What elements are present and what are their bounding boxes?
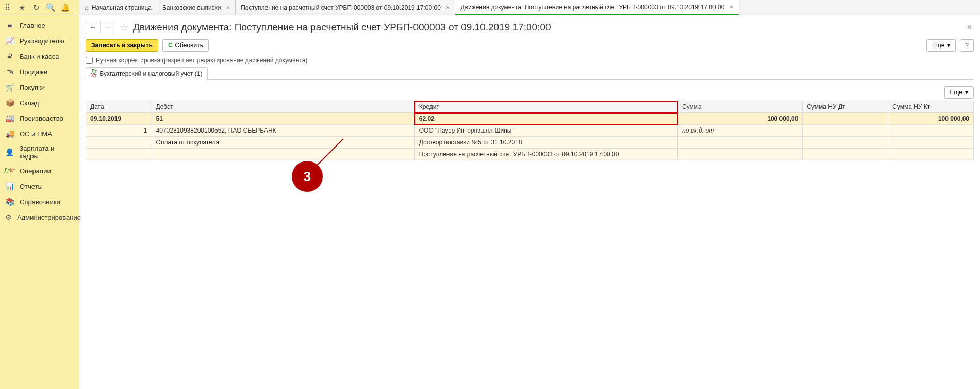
apps-icon[interactable]: ⠿: [2, 3, 12, 13]
cell-debit-detail2: Оплата от покупателя: [152, 137, 414, 149]
tab-bank-statements[interactable]: Банковские выписки ×: [157, 0, 236, 15]
cell-credit-detail2: Договор поставки №5 от 31.10.2018: [414, 137, 677, 149]
factory-icon: 🏭: [5, 114, 14, 123]
table-more-button[interactable]: Еще: [944, 86, 974, 99]
table-header-row: Дата Дебет Кредит Сумма Сумма НУ Дт Сумм…: [86, 101, 974, 113]
manual-edit-row: Ручная корректировка (разрешает редактир…: [86, 57, 974, 64]
sidebar-item-label: Зарплата и кадры: [19, 144, 74, 160]
sidebar-item-operations[interactable]: ДтКт Операции: [0, 163, 79, 179]
save-close-button[interactable]: Записать и закрыть: [86, 39, 158, 52]
sidebar-item-label: ОС и НМА: [20, 130, 52, 138]
col-date[interactable]: Дата: [86, 101, 152, 113]
cell-sum-note: по вх.д. от: [677, 125, 802, 137]
bars-icon: 📊: [5, 182, 14, 191]
sidebar-item-osnma[interactable]: 🚚 ОС и НМА: [0, 126, 79, 141]
page-title: Движения документа: Поступление на расче…: [133, 22, 551, 33]
close-doc-icon[interactable]: ×: [965, 23, 974, 32]
cell-credit-detail: ООО "Пауэр Интернэшнл-Шины": [414, 125, 677, 137]
manual-edit-checkbox[interactable]: [86, 57, 93, 64]
nav-back-button[interactable]: ←: [86, 21, 101, 34]
cell-sum-nu-dt: [803, 113, 888, 125]
cell-credit: 62.02: [414, 113, 677, 125]
sidebar-item-label: Банк и касса: [20, 53, 59, 60]
cell-debit-detail: 40702810938200100552, ПАО СБЕРБАНК: [152, 125, 414, 137]
col-sum-nu-kt[interactable]: Сумма НУ Кт: [888, 101, 974, 113]
tab-label: Движения документа: Поступление на расче…: [460, 4, 724, 11]
refresh-icon: С: [168, 42, 173, 49]
sidebar-item-label: Справочники: [20, 198, 60, 206]
truck-icon: 🚚: [5, 129, 14, 138]
search-icon[interactable]: 🔍: [45, 3, 56, 13]
close-icon[interactable]: ×: [729, 3, 734, 11]
sidebar-item-label: Операции: [20, 167, 51, 175]
help-button[interactable]: ?: [960, 39, 974, 52]
bell-icon[interactable]: 🔔: [60, 3, 70, 13]
col-sum[interactable]: Сумма: [677, 101, 802, 113]
dtkt-icon: ДтКт: [91, 70, 97, 78]
sidebar-item-payroll[interactable]: 👤 Зарплата и кадры: [0, 141, 79, 163]
sidebar-item-production[interactable]: 🏭 Производство: [0, 110, 79, 126]
more-button[interactable]: Еще: [926, 39, 956, 52]
inner-tabs: ДтКт Бухгалтерский и налоговый учет (1): [86, 67, 974, 80]
cell-rownum: 1: [86, 125, 152, 137]
sidebar-item-manager[interactable]: 📈 Руководителю: [0, 33, 79, 48]
sidebar-item-label: Производство: [20, 115, 63, 122]
sidebar-item-label: Отчеты: [20, 183, 43, 190]
annotation-number: 3: [304, 169, 311, 185]
sidebar-item-admin[interactable]: ⚙ Администрирование: [0, 209, 79, 225]
sidebar-item-main[interactable]: ≡ Главное: [0, 18, 79, 33]
close-icon[interactable]: ×: [226, 4, 230, 11]
tab-receipt[interactable]: Поступление на расчетный счет УРБП-00000…: [236, 0, 455, 15]
content: ← → ☆ Движения документа: Поступление на…: [79, 15, 980, 389]
chart-icon: 📈: [5, 36, 14, 45]
nav-arrows: ← →: [86, 21, 115, 34]
tab-home[interactable]: ⌂ Начальная страница: [79, 0, 157, 15]
table-row-main[interactable]: 09.10.2019 51 62.02 100 000,00 100 000,0…: [86, 113, 974, 125]
manual-edit-label: Ручная корректировка (разрешает редактир…: [96, 57, 307, 64]
sidebar-item-reports[interactable]: 📊 Отчеты: [0, 179, 79, 194]
table-row-sub2[interactable]: Оплата от покупателя Договор поставки №5…: [86, 137, 974, 149]
cell-debit: 51: [152, 113, 414, 125]
col-debit[interactable]: Дебет: [152, 101, 414, 113]
sidebar: ≡ Главное 📈 Руководителю ₽ Банк и касса …: [0, 15, 79, 389]
cell-date: 09.10.2019: [86, 113, 152, 125]
doc-header: ← → ☆ Движения документа: Поступление на…: [86, 21, 974, 34]
system-icons: ⠿ ★ ↻ 🔍 🔔: [0, 0, 79, 15]
favorite-icon[interactable]: ☆: [120, 21, 129, 34]
cell-sum: 100 000,00: [677, 113, 802, 125]
nav-forward-button[interactable]: →: [101, 21, 115, 34]
dtkt-icon: ДтКт: [5, 166, 14, 175]
bag-icon: 🛍: [5, 67, 14, 76]
tab-label: Поступление на расчетный счет УРБП-00000…: [241, 4, 441, 11]
tabs-bar: ⌂ Начальная страница Банковские выписки …: [79, 0, 980, 15]
col-sum-nu-dt[interactable]: Сумма НУ Дт: [803, 101, 888, 113]
sidebar-item-label: Главное: [20, 22, 45, 29]
annotation-badge: 3: [292, 161, 323, 192]
refresh-label: Обновить: [175, 42, 203, 49]
star-icon[interactable]: ★: [16, 3, 27, 13]
close-icon[interactable]: ×: [446, 4, 450, 11]
table-row-sub3[interactable]: Поступление на расчетный счет УРБП-00000…: [86, 149, 974, 160]
sidebar-item-bank[interactable]: ₽ Банк и касса: [0, 48, 79, 64]
tab-label: Банковские выписки: [162, 4, 221, 11]
history-icon[interactable]: ↻: [31, 3, 41, 13]
inner-tab-label: Бухгалтерский и налоговый учет (1): [99, 70, 202, 77]
tab-accounting[interactable]: ДтКт Бухгалтерский и налоговый учет (1): [86, 67, 208, 80]
tab-movements[interactable]: Движения документа: Поступление на расче…: [455, 0, 739, 15]
menu-icon: ≡: [5, 21, 14, 30]
sidebar-item-purchases[interactable]: 🛒 Покупки: [0, 79, 79, 95]
table-wrap: Еще Дата Дебет К: [86, 86, 974, 160]
action-toolbar: Записать и закрыть С Обновить Еще ?: [86, 39, 974, 52]
col-credit[interactable]: Кредит: [414, 101, 677, 113]
table-row-sub1[interactable]: 1 40702810938200100552, ПАО СБЕРБАНК ООО…: [86, 125, 974, 137]
refresh-button[interactable]: С Обновить: [162, 39, 209, 52]
home-icon: ⌂: [85, 4, 89, 11]
sidebar-item-references[interactable]: 📚 Справочники: [0, 194, 79, 209]
person-icon: 👤: [5, 148, 14, 157]
sidebar-item-warehouse[interactable]: 📦 Склад: [0, 95, 79, 110]
sidebar-item-label: Склад: [20, 99, 39, 107]
ledger-table: Дата Дебет Кредит Сумма Сумма НУ Дт Сумм…: [86, 101, 974, 160]
sidebar-item-label: Продажи: [20, 68, 47, 76]
cart-icon: 🛒: [5, 83, 14, 92]
sidebar-item-sales[interactable]: 🛍 Продажи: [0, 64, 79, 79]
